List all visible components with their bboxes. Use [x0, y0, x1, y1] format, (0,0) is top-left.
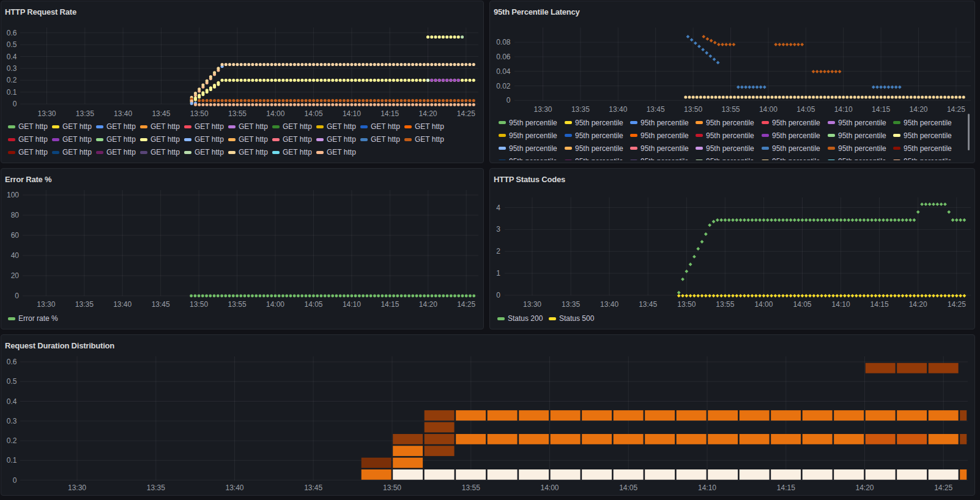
svg-text:0.3: 0.3 [7, 417, 17, 425]
svg-text:14:20: 14:20 [909, 105, 927, 114]
svg-text:14:25: 14:25 [457, 300, 475, 309]
svg-text:0.08: 0.08 [496, 38, 511, 46]
svg-text:14:00: 14:00 [754, 300, 773, 309]
svg-text:14:20: 14:20 [909, 300, 927, 309]
svg-text:14:00: 14:00 [759, 105, 778, 114]
svg-text:60: 60 [11, 231, 20, 240]
svg-text:0.5: 0.5 [7, 377, 17, 386]
svg-text:0.4: 0.4 [7, 53, 17, 61]
svg-text:14:10: 14:10 [343, 109, 361, 118]
svg-text:4: 4 [496, 204, 500, 212]
svg-text:13:30: 13:30 [523, 300, 541, 309]
svg-text:0.4: 0.4 [7, 397, 17, 406]
svg-text:14:00: 14:00 [540, 483, 559, 492]
svg-text:14:25: 14:25 [948, 300, 966, 309]
svg-text:14:25: 14:25 [934, 483, 952, 492]
svg-text:13:45: 13:45 [152, 300, 170, 309]
svg-text:14:25: 14:25 [457, 109, 475, 118]
svg-text:0.04: 0.04 [496, 67, 511, 76]
svg-text:0.2: 0.2 [7, 436, 17, 445]
svg-text:80: 80 [11, 211, 20, 219]
svg-text:0.2: 0.2 [7, 76, 17, 84]
svg-text:0.5: 0.5 [7, 40, 17, 49]
svg-text:13:30: 13:30 [533, 105, 552, 114]
svg-text:0.3: 0.3 [7, 64, 17, 73]
svg-text:0.1: 0.1 [7, 456, 17, 465]
svg-text:0.06: 0.06 [496, 53, 511, 61]
svg-text:13:40: 13:40 [225, 483, 243, 492]
svg-text:100: 100 [7, 191, 19, 199]
svg-text:14:15: 14:15 [872, 105, 890, 114]
svg-text:14:15: 14:15 [380, 109, 399, 118]
svg-text:40: 40 [11, 251, 20, 260]
svg-text:14:25: 14:25 [947, 105, 965, 114]
svg-text:0.6: 0.6 [7, 29, 17, 37]
svg-text:13:40: 13:40 [114, 109, 132, 118]
svg-text:13:30: 13:30 [37, 109, 56, 118]
svg-text:1: 1 [496, 269, 500, 278]
svg-text:14:10: 14:10 [698, 483, 716, 492]
svg-text:13:30: 13:30 [37, 300, 55, 309]
svg-text:13:35: 13:35 [571, 105, 590, 114]
svg-text:14:20: 14:20 [418, 109, 437, 118]
svg-text:0.1: 0.1 [7, 88, 17, 97]
svg-text:13:50: 13:50 [684, 105, 702, 114]
svg-text:14:05: 14:05 [796, 105, 815, 114]
svg-text:14:05: 14:05 [793, 300, 811, 309]
svg-text:0: 0 [507, 96, 511, 105]
svg-text:14:10: 14:10 [832, 300, 850, 309]
svg-text:0: 0 [13, 476, 17, 485]
svg-text:14:15: 14:15 [380, 300, 399, 309]
svg-text:13:45: 13:45 [639, 300, 657, 309]
svg-text:13:35: 13:35 [147, 483, 165, 492]
svg-text:13:50: 13:50 [383, 483, 401, 492]
svg-text:13:40: 13:40 [609, 105, 627, 114]
svg-text:20: 20 [11, 271, 20, 280]
svg-text:3: 3 [496, 225, 500, 233]
svg-text:14:00: 14:00 [266, 109, 284, 118]
svg-text:13:55: 13:55 [716, 300, 734, 309]
svg-text:13:50: 13:50 [677, 300, 696, 309]
svg-text:13:50: 13:50 [190, 300, 208, 309]
svg-text:0: 0 [15, 292, 19, 300]
svg-text:14:20: 14:20 [419, 300, 437, 309]
svg-text:14:15: 14:15 [870, 300, 889, 309]
svg-text:13:45: 13:45 [304, 483, 322, 492]
svg-text:13:50: 13:50 [190, 109, 209, 118]
svg-text:13:35: 13:35 [562, 300, 580, 309]
svg-text:13:55: 13:55 [228, 300, 247, 309]
svg-text:14:20: 14:20 [855, 483, 874, 492]
svg-text:0: 0 [13, 100, 17, 108]
svg-text:13:30: 13:30 [68, 483, 86, 492]
svg-text:13:40: 13:40 [113, 300, 132, 309]
svg-text:14:05: 14:05 [304, 300, 322, 309]
svg-text:14:15: 14:15 [777, 483, 795, 492]
svg-text:2: 2 [496, 247, 500, 256]
svg-text:13:55: 13:55 [462, 483, 480, 492]
svg-text:0.02: 0.02 [496, 82, 511, 90]
svg-text:13:55: 13:55 [228, 109, 247, 118]
svg-text:13:40: 13:40 [600, 300, 618, 309]
svg-text:14:05: 14:05 [619, 483, 637, 492]
svg-text:14:00: 14:00 [266, 300, 284, 309]
svg-text:0.6: 0.6 [7, 358, 17, 366]
svg-text:0: 0 [496, 291, 500, 300]
svg-text:13:35: 13:35 [75, 300, 94, 309]
svg-text:14:05: 14:05 [305, 109, 323, 118]
svg-text:14:10: 14:10 [834, 105, 853, 114]
svg-text:13:45: 13:45 [152, 109, 170, 118]
svg-text:13:55: 13:55 [721, 105, 740, 114]
svg-text:13:35: 13:35 [76, 109, 94, 118]
svg-text:13:45: 13:45 [647, 105, 665, 114]
svg-text:14:10: 14:10 [343, 300, 361, 309]
